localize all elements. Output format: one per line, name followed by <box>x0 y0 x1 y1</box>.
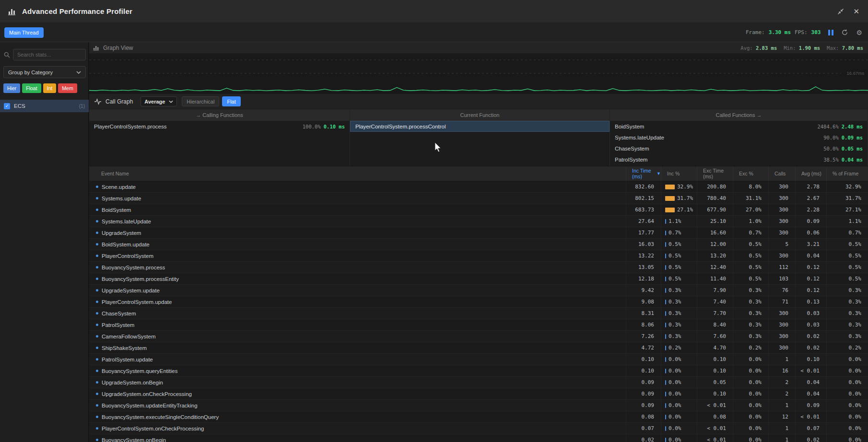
called-function-values: 90.0%0.09 ms <box>823 135 863 140</box>
inc-pct-bar <box>665 380 666 385</box>
current-function-row[interactable]: PlayerControlSystem.processControl <box>350 121 610 132</box>
table-row[interactable]: ChaseSystem8.310.3%7.700.3%3000.030.3% <box>89 308 868 319</box>
calls-cell: 300 <box>768 342 795 353</box>
table-row[interactable]: BuoyancySystem.process13.050.5%12.400.5%… <box>89 262 868 273</box>
checkbox-checked-icon[interactable]: ✓ <box>4 103 10 109</box>
frame-pct-cell: 0.3% <box>826 331 868 342</box>
filter-chip-float[interactable]: Float <box>22 83 41 93</box>
col-calls[interactable]: Calls <box>768 166 795 181</box>
inc-time-cell: 802.15 <box>626 193 661 204</box>
table-row[interactable]: CameraFollowSystem7.260.3%7.600.3%3000.0… <box>89 331 868 342</box>
col-exc-pct[interactable]: Exc % <box>733 166 768 181</box>
called-function-row[interactable]: ChaseSystem50.0%0.05 ms <box>610 143 868 154</box>
inc-time-cell: 832.60 <box>626 181 661 192</box>
calls-cell: 300 <box>768 216 795 227</box>
avg-cell: 0.04 <box>795 388 826 399</box>
frame-pct-cell: 0.3% <box>826 319 868 330</box>
exc-pct-cell: 0.3% <box>733 285 768 296</box>
inc-time-cell: 7.26 <box>626 331 661 342</box>
table-row[interactable]: PlayerControlSystem.update9.080.3%7.400.… <box>89 296 868 308</box>
call-graph-mode-select[interactable]: Average <box>141 96 177 106</box>
event-name-label: BoidSystem <box>102 207 131 213</box>
event-name-label: Systems.lateUpdate <box>102 219 151 224</box>
filter-chip-mem[interactable]: Mem <box>58 83 77 93</box>
inc-time-cell: 16.03 <box>626 239 661 250</box>
exc-time-cell: 677.90 <box>697 204 733 215</box>
col-event-name[interactable]: Event Name <box>89 166 626 181</box>
close-icon[interactable]: ✕ <box>853 7 859 16</box>
avg-cell: 0.03 <box>795 319 826 330</box>
table-row[interactable]: BuoyancySystem.updateEntityTracking0.090… <box>89 400 868 411</box>
event-name-label: CameraFollowSystem <box>102 334 155 339</box>
collapse-window-icon[interactable] <box>837 8 845 15</box>
table-row[interactable]: UpgradeSystem.update9.420.3%7.900.3%760.… <box>89 285 868 296</box>
inc-pct-bar <box>665 357 666 362</box>
search-input[interactable] <box>13 49 86 60</box>
table-row[interactable]: UpgradeSystem17.770.7%16.600.7%3000.060.… <box>89 227 868 239</box>
col-exc-time[interactable]: Exc Time (ms) <box>697 166 733 181</box>
inc-pct-bar <box>665 334 666 339</box>
col-inc-time[interactable]: Inc Time (ms) ▼ <box>626 166 661 181</box>
avg-cell: 0.12 <box>795 285 826 296</box>
group-by-select[interactable]: Group by Category <box>3 66 86 78</box>
table-row[interactable]: UpgradeSystem.onBegin0.090.0%0.050.0%20.… <box>89 377 868 388</box>
called-function-row[interactable]: BoidSystem2484.6%2.48 ms <box>610 121 868 132</box>
table-row[interactable]: PatrolSystem8.060.3%8.400.3%3000.030.3% <box>89 319 868 331</box>
table-row[interactable]: PlayerControlSystem13.220.5%13.200.5%300… <box>89 250 868 262</box>
event-name-cell: UpgradeSystem.onBegin <box>89 377 626 388</box>
event-name-label: ChaseSystem <box>102 311 136 316</box>
table-row[interactable]: BoidSystem683.7327.1%677.9027.0%3002.282… <box>89 204 868 216</box>
table-row[interactable]: PlayerControlSystem.onCheckProcessing0.0… <box>89 423 868 434</box>
calls-cell: 112 <box>768 262 795 273</box>
frame-pct-cell: 0.0% <box>826 354 868 365</box>
filter-chip-hier[interactable]: Hier <box>3 83 20 93</box>
calling-function-row[interactable]: PlayerControlSystem.process 100.0%0.10 m… <box>89 121 350 132</box>
refresh-icon[interactable] <box>841 29 848 36</box>
calls-cell: 1 <box>768 434 795 442</box>
table-row[interactable]: BuoyancySystem.executeSingleConditionQue… <box>89 411 868 423</box>
called-function-time: 0.09 ms <box>842 135 863 140</box>
flat-button[interactable]: Flat <box>222 96 240 106</box>
call-graph-column-headers: → Calling Functions Current Function Cal… <box>89 109 868 121</box>
table-row[interactable]: Scene.update832.6032.9%200.808.0%3002.78… <box>89 181 868 193</box>
event-name-label: BuoyancySystem.onBegin <box>102 437 166 442</box>
inc-pct-bar <box>665 346 666 350</box>
table-row[interactable]: BuoyancySystem.onBegin0.020.0%< 0.010.0%… <box>89 434 868 442</box>
col-inc-pct[interactable]: Inc % <box>661 166 697 181</box>
table-row[interactable]: BuoyancySystem.queryEntities0.100.0%0.10… <box>89 365 868 377</box>
exc-time-cell: 7.40 <box>697 296 733 307</box>
exc-time-cell: < 0.01 <box>697 400 733 411</box>
table-row[interactable]: ShipShakeSystem4.720.2%4.700.2%3000.020.… <box>89 342 868 354</box>
gear-icon[interactable]: ⚙ <box>856 29 862 36</box>
table-row[interactable]: Systems.lateUpdate27.641.1%25.101.0%3000… <box>89 216 868 227</box>
col-avg[interactable]: Avg (ms) <box>795 166 826 181</box>
called-function-row[interactable]: Systems.lateUpdate90.0%0.09 ms <box>610 132 868 143</box>
sidebar-item-ecs[interactable]: ✓ ECS (1) <box>0 100 89 112</box>
table-row[interactable]: BuoyancySystem.processEntity12.180.5%11.… <box>89 273 868 285</box>
inc-pct-value: 1.1% <box>669 218 681 224</box>
frame-pct-cell: 0.0% <box>826 377 868 388</box>
avg-cell: 0.12 <box>795 273 826 284</box>
event-dot-icon <box>96 347 98 349</box>
called-function-row[interactable]: PatrolSystem38.5%0.04 ms <box>610 154 868 165</box>
pause-icon[interactable] <box>828 30 833 35</box>
avg-cell: < 0.01 <box>795 411 826 422</box>
event-name-cell: Systems.lateUpdate <box>89 216 626 227</box>
inc-time-cell: 12.18 <box>626 273 661 284</box>
exc-pct-cell: 0.2% <box>733 342 768 353</box>
tab-main-thread[interactable]: Main Thread <box>4 27 44 38</box>
hierarchical-button[interactable]: Hierarchical <box>182 96 219 106</box>
event-dot-icon <box>96 197 98 199</box>
table-row[interactable]: Systems.update802.1531.7%780.4031.1%3002… <box>89 193 868 204</box>
frame-time-graph[interactable]: 16.67ms <box>89 54 868 94</box>
event-dot-icon <box>96 324 98 326</box>
called-function-name: Systems.lateUpdate <box>615 135 664 140</box>
table-row[interactable]: UpgradeSystem.onCheckProcessing0.090.0%0… <box>89 388 868 400</box>
exc-pct-cell: 0.3% <box>733 331 768 342</box>
frame-pct-cell: 1.1% <box>826 216 868 227</box>
exc-time-cell: 0.05 <box>697 377 733 388</box>
table-row[interactable]: PatrolSystem.update0.100.0%0.100.0%10.10… <box>89 354 868 365</box>
table-row[interactable]: BoidSystem.update16.030.5%12.000.5%53.21… <box>89 239 868 250</box>
col-frame-pct[interactable]: % of Frame <box>826 166 868 181</box>
filter-chip-int[interactable]: Int <box>43 83 57 93</box>
